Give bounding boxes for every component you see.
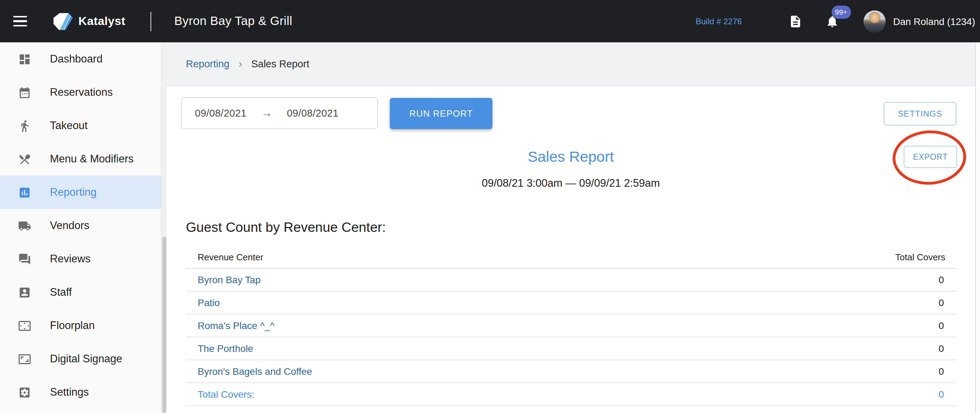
overscan-icon (18, 319, 31, 332)
guest-count-table: Revenue Center Total Covers Byron Bay Ta… (186, 246, 956, 406)
date-range-input[interactable]: 09/08/2021 → 09/08/2021 (181, 97, 378, 129)
sidebar-scrollbar[interactable] (161, 42, 167, 413)
notification-badge: 99+ (831, 5, 851, 18)
report-date-range: 09/08/21 3:00am — 09/09/21 2:59am (167, 177, 975, 190)
date-to-value[interactable]: 09/08/2021 (287, 108, 339, 119)
table-row: Patio0 (186, 292, 956, 314)
sidebar-item-label: Reservations (50, 86, 113, 99)
sidebar-item-reservations[interactable]: Reservations (0, 76, 161, 109)
sidebar-item-settings[interactable]: Settings (0, 376, 161, 409)
breadcrumb-link-reporting[interactable]: Reporting (186, 58, 229, 69)
table-total-row: Total Covers:0 (186, 383, 956, 406)
total-covers-label: Total Covers: (186, 389, 254, 400)
export-button[interactable]: EXPORT (904, 146, 957, 168)
aspect-ratio-icon (18, 352, 31, 365)
topbar-divider (151, 11, 151, 31)
calendar-icon (18, 86, 31, 99)
total-covers-value: 0 (939, 389, 956, 400)
report-title: Sales Report (167, 148, 975, 166)
sidebar-item-menu-modifiers[interactable]: Menu & Modifiers (0, 142, 161, 175)
sidebar: DashboardReservationsTakeoutMenu & Modif… (0, 42, 167, 413)
settings-button[interactable]: SETTINGS (884, 102, 956, 126)
sidebar-item-digital-signage[interactable]: Digital Signage (0, 342, 161, 376)
main-content: Reporting › Sales Report 09/08/2021 → 09… (167, 42, 975, 413)
sidebar-item-floorplan[interactable]: Floorplan (0, 309, 161, 342)
sidebar-item-label: Settings (50, 386, 89, 399)
person-badge-icon (18, 285, 31, 299)
total-covers-value: 0 (939, 297, 956, 308)
revenue-center-link[interactable]: Byron Bay Tap (186, 274, 261, 285)
topbar: Katalyst Byron Bay Tap & Grill Build # 2… (0, 0, 980, 42)
table-row: Byron Bay Tap0 (186, 269, 956, 292)
app-root: Katalyst Byron Bay Tap & Grill Build # 2… (0, 0, 980, 413)
sidebar-item-reviews[interactable]: Reviews (0, 242, 161, 276)
dashboard-icon (18, 53, 31, 65)
notifications-bell-icon[interactable]: 99+ (825, 14, 839, 28)
delivery-truck-icon (18, 219, 31, 232)
sidebar-item-label: Dashboard (50, 53, 103, 65)
sidebar-item-label: Menu & Modifiers (50, 153, 134, 165)
sidebar-item-vendors[interactable]: Vendors (0, 209, 161, 242)
table-row: The Porthole0 (186, 337, 956, 360)
avatar[interactable] (863, 10, 885, 32)
total-covers-value: 0 (939, 320, 956, 331)
user-name: Dan Roland (1234) (893, 16, 975, 27)
restaurant-title: Byron Bay Tap & Grill (175, 14, 292, 29)
walking-person-icon (18, 119, 31, 132)
page-scrollbar[interactable] (975, 42, 980, 413)
brand-name: Katalyst (78, 14, 126, 28)
sidebar-item-label: Staff (50, 286, 72, 298)
gear-icon (18, 386, 31, 399)
revenue-center-link[interactable]: Byron's Bagels and Coffee (186, 366, 312, 377)
sidebar-item-dashboard[interactable]: Dashboard (0, 42, 161, 76)
revenue-center-link[interactable]: The Porthole (186, 343, 253, 354)
chat-bubbles-icon (18, 252, 31, 266)
brand-logo[interactable]: Katalyst (53, 12, 126, 30)
sidebar-item-reporting[interactable]: Reporting (0, 175, 161, 209)
breadcrumb: Reporting › Sales Report (167, 42, 975, 86)
katalyst-logo-icon (53, 12, 73, 30)
sidebar-scrollbar-thumb[interactable] (162, 237, 167, 413)
date-from-value[interactable]: 09/08/2021 (195, 108, 247, 119)
total-covers-value: 0 (939, 343, 956, 354)
sidebar-item-label: Floorplan (50, 319, 95, 332)
sidebar-item-label: Reporting (50, 186, 96, 199)
column-total-covers: Total Covers (896, 252, 957, 262)
revenue-center-link[interactable]: Patio (186, 297, 220, 308)
hamburger-menu-icon[interactable] (13, 16, 27, 27)
column-revenue-center: Revenue Center (186, 252, 263, 262)
run-report-button[interactable]: RUN REPORT (390, 98, 492, 129)
table-header: Revenue Center Total Covers (186, 246, 956, 269)
bar-chart-icon (18, 186, 31, 199)
sidebar-item-label: Digital Signage (50, 352, 123, 365)
table-row: Roma's Place ^_^0 (186, 314, 956, 337)
document-icon[interactable] (788, 14, 802, 28)
sidebar-item-staff[interactable]: Staff (0, 276, 161, 309)
table-row: Byron's Bagels and Coffee0 (186, 360, 956, 383)
crossed-utensils-icon (18, 152, 31, 166)
sidebar-item-label: Reviews (50, 253, 91, 265)
arrow-right-icon: → (261, 107, 272, 120)
breadcrumb-current: Sales Report (251, 58, 309, 69)
total-covers-value: 0 (939, 366, 956, 377)
revenue-center-link[interactable]: Roma's Place ^_^ (186, 320, 275, 331)
total-covers-value: 0 (939, 274, 956, 285)
sidebar-item-takeout[interactable]: Takeout (0, 109, 161, 142)
sidebar-item-label: Takeout (50, 120, 88, 132)
build-number[interactable]: Build # 2276 (696, 16, 742, 26)
sidebar-item-label: Vendors (50, 219, 89, 232)
section-heading: Guest Count by Revenue Center: (186, 219, 386, 235)
chevron-right-icon: › (239, 58, 242, 69)
